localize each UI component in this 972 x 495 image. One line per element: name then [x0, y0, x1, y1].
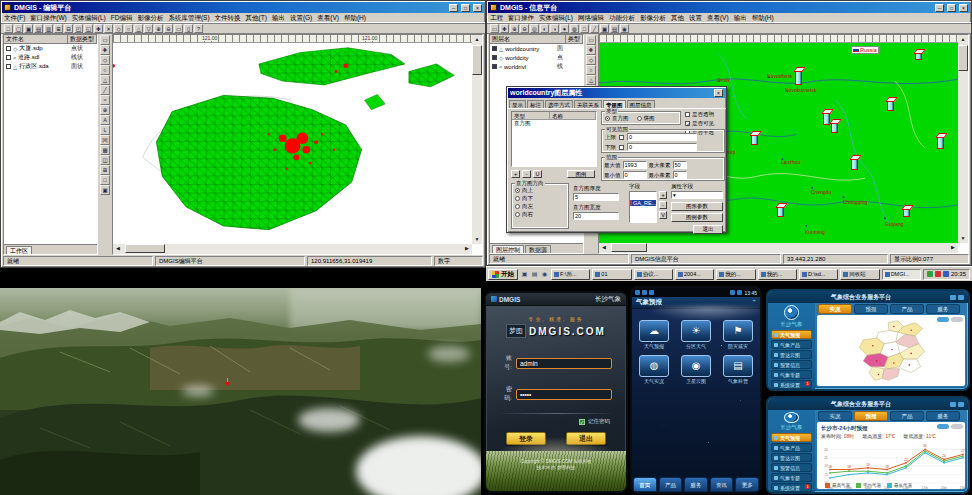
menu-item[interactable]: 窗口操作	[508, 14, 534, 23]
toolbar-button[interactable]: ✚	[94, 24, 103, 33]
maximize-button[interactable]: □	[461, 4, 470, 12]
edit-tool-button[interactable]: ◇	[586, 55, 596, 65]
col-type[interactable]: 类型	[566, 35, 583, 43]
attr-field-dropdown[interactable]: ▾	[671, 191, 723, 199]
scroll-thumb[interactable]	[611, 243, 647, 252]
scroll-thumb[interactable]	[125, 244, 165, 253]
quick-launch-icon[interactable]: ◉	[540, 270, 549, 279]
sidebar-item[interactable]: 雷达云图	[771, 453, 812, 462]
app-shortcut[interactable]: ◉ 卫星云图	[678, 355, 714, 384]
app-shortcut[interactable]: ▤ 气象科普	[720, 355, 756, 384]
bottom-tab[interactable]: 服务	[684, 477, 708, 492]
edit-tool-button[interactable]: △	[586, 75, 596, 85]
edit-tool-button[interactable]: ⊕	[100, 105, 110, 115]
task-button[interactable]: 我的...	[716, 269, 755, 280]
bottom-tab[interactable]: 产品	[659, 477, 683, 492]
menu-item[interactable]: 输出	[272, 14, 285, 23]
task-button[interactable]: 2004...	[675, 269, 714, 280]
edit-tool-button[interactable]: ○	[100, 65, 110, 75]
theme-type-list[interactable]: 类型 名称 直方图	[511, 111, 597, 167]
scroll-up-arrow[interactable]: ▲	[472, 35, 482, 44]
toolbar-button[interactable]: △	[134, 24, 143, 33]
update-button[interactable]: U	[533, 170, 542, 178]
sidebar-item[interactable]: 系统设置1	[771, 380, 812, 389]
upper-input[interactable]: 0	[627, 133, 697, 141]
task-button[interactable]: F:\所...	[551, 269, 590, 280]
menu-item[interactable]: 文件转换	[215, 14, 241, 23]
max-pixel-input[interactable]: 50	[673, 161, 687, 169]
menu-item[interactable]: 网络编辑	[578, 14, 604, 23]
toolbar-button[interactable]: ▣	[600, 24, 609, 33]
upper-checkbox[interactable]	[619, 135, 624, 140]
col-filename[interactable]: 文件名	[4, 35, 68, 43]
dialog-tab[interactable]: 图层信息	[627, 100, 655, 108]
field-down-button[interactable]: V	[659, 211, 667, 219]
scroll-down-arrow[interactable]: ▼	[472, 235, 482, 244]
vertical-scrollbar[interactable]: ▲ ▼	[958, 35, 968, 243]
layer-checkbox[interactable]	[492, 55, 497, 60]
edit-tool-button[interactable]: △	[100, 75, 110, 85]
menu-item[interactable]: 帮助(H)	[752, 14, 774, 23]
toolbar-button[interactable]: ○	[124, 24, 133, 33]
account-input[interactable]	[516, 358, 612, 369]
toolbar-button[interactable]: ⊖	[520, 24, 529, 33]
toolbar-button[interactable]: ▣	[24, 24, 33, 33]
bottom-tab[interactable]: 首页	[633, 477, 657, 492]
toolbar-button[interactable]: ✚	[500, 24, 509, 33]
start-button[interactable]: 开始	[488, 269, 518, 280]
app-tile-icon[interactable]: ☁	[639, 320, 669, 342]
content-tab[interactable]: 服务	[926, 411, 960, 421]
sidebar-item[interactable]: 预警信息	[771, 360, 812, 369]
refresh-button[interactable]	[951, 317, 963, 322]
layer-button[interactable]	[937, 317, 949, 322]
max-value-input[interactable]: 1993	[623, 161, 647, 169]
layer-row[interactable]: ◇ 大厦.sdp 点状	[4, 44, 97, 53]
bottom-tab[interactable]: 更多	[735, 477, 759, 492]
horizontal-scrollbar[interactable]: ◀ ▶	[599, 243, 958, 253]
task-button[interactable]: 回收站	[840, 269, 879, 280]
content-tab[interactable]: 产品	[890, 411, 924, 421]
layer-row[interactable]: △ 行政区.sda 面状	[4, 62, 97, 71]
maximize-button[interactable]: □	[947, 4, 956, 12]
field-remove-button[interactable]: -	[659, 201, 667, 209]
menu-item[interactable]: 文件(F)	[4, 14, 25, 23]
sidebar-item[interactable]: 天气预报	[771, 330, 812, 339]
field-list[interactable]: GA_RE...	[629, 191, 657, 223]
minimize-button[interactable]: ─	[935, 4, 944, 12]
menu-item[interactable]: 查看(V)	[707, 14, 729, 23]
layer-row[interactable]: △ worldcountry 面	[490, 44, 583, 53]
checkbox-transparent[interactable]: 是否透明	[685, 111, 725, 118]
edit-tool-button[interactable]: □	[100, 175, 110, 185]
menu-item[interactable]: 查看(V)	[317, 14, 339, 23]
edit-tool-button[interactable]: A	[100, 115, 110, 125]
toolbar-button[interactable]: ▽	[144, 24, 153, 33]
toolbar-button[interactable]: ▭	[174, 24, 183, 33]
toolbar-button[interactable]: ▭	[490, 24, 499, 33]
bottom-tab[interactable]: 资讯	[710, 477, 734, 492]
tray-icon[interactable]	[927, 271, 933, 277]
edit-tool-button[interactable]: ╱	[100, 85, 110, 95]
app-tile-icon[interactable]: ◉	[681, 355, 711, 377]
task-button[interactable]: DMGI...	[882, 269, 921, 280]
theme-row[interactable]: 直方图	[512, 120, 596, 127]
layer-checkbox[interactable]	[492, 46, 497, 51]
remember-checkbox[interactable]: ✓	[579, 419, 585, 425]
add-button[interactable]: +	[511, 170, 520, 178]
horizontal-scrollbar[interactable]: ◀ ▶	[113, 244, 472, 254]
quick-launch-icon[interactable]: ▣	[520, 270, 529, 279]
scroll-thumb[interactable]	[958, 45, 968, 71]
sidebar-item[interactable]: 雷达云图	[771, 350, 812, 359]
task-button[interactable]: 我的...	[758, 269, 797, 280]
toolbar-button[interactable]: ▤	[34, 24, 43, 33]
menu-item[interactable]: 影像分析	[640, 14, 666, 23]
legend-button[interactable]: 图例	[567, 170, 595, 178]
scroll-thumb[interactable]	[472, 45, 482, 75]
dialog-title-bar[interactable]: worldcountry图层属性 ×	[508, 88, 725, 98]
layer-row[interactable]: ◇ worldcity 点	[490, 53, 583, 62]
layer-checkbox[interactable]	[6, 64, 11, 69]
menu-item[interactable]: 影像分析	[137, 14, 163, 23]
toolbar-button[interactable]: ⊖	[164, 24, 173, 33]
edit-tool-button[interactable]: ◫	[100, 155, 110, 165]
close-button[interactable]: ×	[473, 4, 482, 12]
scroll-right-arrow[interactable]: ▶	[948, 243, 958, 252]
